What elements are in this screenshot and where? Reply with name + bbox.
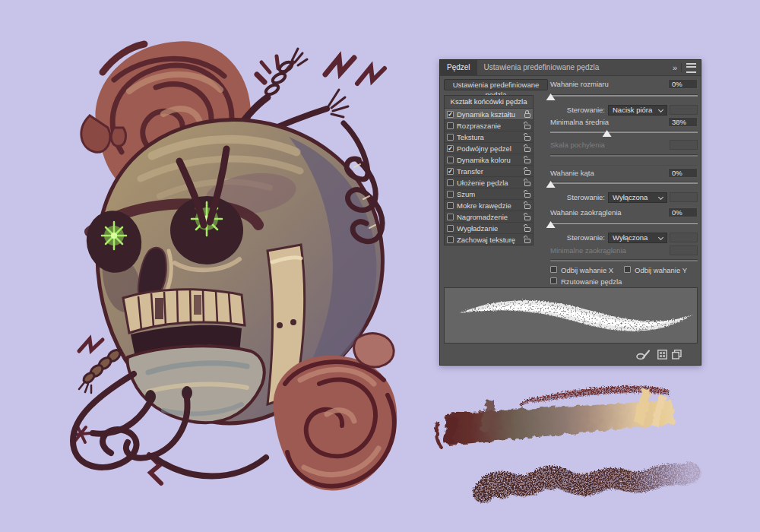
option-label: Tekstura xyxy=(457,133,484,141)
flip-x-checkbox[interactable] xyxy=(550,266,557,273)
brush-option-row[interactable]: Wygładzanie xyxy=(445,223,533,234)
angle-jitter-label: Wahanie kąta xyxy=(550,169,594,178)
option-checkbox[interactable]: ✓ xyxy=(447,168,454,175)
option-label: Podwójny pędzel xyxy=(457,144,511,153)
option-label: Wygładzanie xyxy=(457,224,498,233)
control-roundness-dropdown[interactable]: Wyłączona xyxy=(608,233,667,243)
lock-icon[interactable] xyxy=(524,156,530,163)
option-checkbox[interactable] xyxy=(447,122,454,129)
option-checkbox[interactable] xyxy=(447,202,454,209)
new-brush-icon[interactable] xyxy=(672,350,682,359)
control-angle-label: Sterowanie: xyxy=(518,193,605,202)
option-checkbox[interactable]: ✓ xyxy=(447,145,454,152)
brush-settings-panel: Pędzel Ustawienia predefiniowane pędzla … xyxy=(439,59,701,366)
control-size-extra-box xyxy=(670,105,698,115)
min-diameter-value[interactable]: 38% xyxy=(668,117,698,127)
option-checkbox[interactable] xyxy=(447,191,454,198)
flip-y-label: Odbij wahanie Y xyxy=(635,266,687,275)
brush-option-row[interactable]: ✓Transfer xyxy=(445,166,533,177)
photoshop-workspace: Pędzel Ustawienia predefiniowane pędzla … xyxy=(0,0,760,532)
control-roundness-label: Sterowanie: xyxy=(518,233,605,242)
roundness-jitter-label: Wahanie zaokrąglenia xyxy=(550,208,622,217)
brush-option-row[interactable]: Nagromadzenie xyxy=(445,211,533,223)
option-label: Ułożenie pędzla xyxy=(457,179,508,187)
tilt-scale-box xyxy=(670,140,698,150)
preset-manager-icon[interactable] xyxy=(657,350,667,359)
chevron-down-icon xyxy=(658,107,663,112)
roundness-jitter-slider[interactable] xyxy=(550,222,698,224)
brush-option-row[interactable]: Dynamika koloru xyxy=(445,154,533,166)
brush-option-row[interactable]: Tekstura xyxy=(445,131,533,143)
brush-tip-preview-icon[interactable] xyxy=(636,350,650,360)
brush-projection-label: Rzutowanie pędzla xyxy=(561,277,622,287)
min-roundness-slider xyxy=(550,259,698,261)
collapse-panel-icon[interactable]: » xyxy=(673,63,676,72)
flip-x-label: Odbij wahanie X xyxy=(561,266,613,275)
lock-icon[interactable] xyxy=(524,179,530,186)
lock-icon[interactable] xyxy=(524,144,530,152)
lock-icon[interactable] xyxy=(524,133,530,141)
option-label: Rozpraszanie xyxy=(457,122,501,130)
stroke-preview xyxy=(444,287,698,344)
size-jitter-label: Wahanie rozmiaru xyxy=(550,80,609,89)
lock-icon[interactable] xyxy=(524,224,530,232)
size-jitter-slider[interactable] xyxy=(550,94,698,97)
section-divider xyxy=(550,166,698,167)
lock-icon[interactable] xyxy=(524,122,530,129)
option-checkbox[interactable]: ✓ xyxy=(447,111,454,118)
brush-presets-button[interactable]: Ustawienia predefiniowane pędzla xyxy=(444,79,548,90)
brush-option-row[interactable]: ✓Podwójny pędzel xyxy=(445,143,533,154)
control-angle-extra-box xyxy=(670,192,698,202)
lock-icon[interactable] xyxy=(524,167,530,175)
panel-tabbar: Pędzel Ustawienia predefiniowane pędzla … xyxy=(440,60,701,76)
min-roundness-label: Minimalne zaokrąglenia xyxy=(550,246,626,255)
flip-y-checkbox[interactable] xyxy=(624,266,631,273)
option-label: Mokre krawędzie xyxy=(457,201,511,210)
angle-jitter-value[interactable]: 0% xyxy=(668,168,698,178)
tab-brush[interactable]: Pędzel xyxy=(440,60,477,75)
brush-options-list: Kształt końcówki pędzla ✓Dynamika kształ… xyxy=(444,95,534,245)
min-roundness-box xyxy=(670,245,698,255)
control-angle-dropdown[interactable]: Wyłączona xyxy=(608,192,667,203)
lock-icon[interactable] xyxy=(524,201,530,209)
min-diameter-slider[interactable] xyxy=(550,131,698,133)
option-checkbox[interactable] xyxy=(447,179,454,186)
tilt-scale-slider xyxy=(550,154,698,157)
option-checkbox[interactable] xyxy=(447,225,454,232)
option-label: Szum xyxy=(457,190,475,198)
control-size-dropdown[interactable]: Nacisk pióra xyxy=(608,105,667,116)
angle-jitter-slider[interactable] xyxy=(550,182,698,184)
lock-icon[interactable] xyxy=(524,213,530,220)
option-label: Transfer xyxy=(457,167,483,176)
roundness-jitter-value[interactable]: 0% xyxy=(668,207,698,217)
tab-brush-presets[interactable]: Ustawienia predefiniowane pędzla xyxy=(477,60,606,75)
brush-projection-checkbox[interactable] xyxy=(550,277,557,284)
size-jitter-value[interactable]: 0% xyxy=(668,79,698,89)
option-checkbox[interactable] xyxy=(447,236,454,243)
brush-option-row[interactable]: Rozpraszanie xyxy=(445,120,533,131)
chevron-down-icon xyxy=(658,195,663,200)
option-checkbox[interactable] xyxy=(447,157,454,163)
tilt-scale-label: Skala pochylenia xyxy=(550,141,605,150)
divider xyxy=(681,63,682,72)
brush-option-row[interactable]: Ułożenie pędzla xyxy=(445,177,533,188)
chevron-down-icon xyxy=(658,235,663,240)
control-size-label: Sterowanie: xyxy=(518,106,605,115)
option-label: Dynamika koloru xyxy=(457,156,511,164)
control-roundness-extra-box xyxy=(670,233,698,242)
min-diameter-label: Minimalna średnia xyxy=(550,118,609,127)
option-label: Dynamika kształtu xyxy=(457,110,515,119)
brush-swatch-chunky-dark xyxy=(483,467,690,499)
panel-menu-icon[interactable] xyxy=(686,63,696,73)
option-label: Nagromadzenie xyxy=(457,213,508,221)
option-checkbox[interactable] xyxy=(447,134,454,141)
option-label: Zachowaj teksturę xyxy=(457,236,515,244)
option-checkbox[interactable] xyxy=(447,214,454,220)
